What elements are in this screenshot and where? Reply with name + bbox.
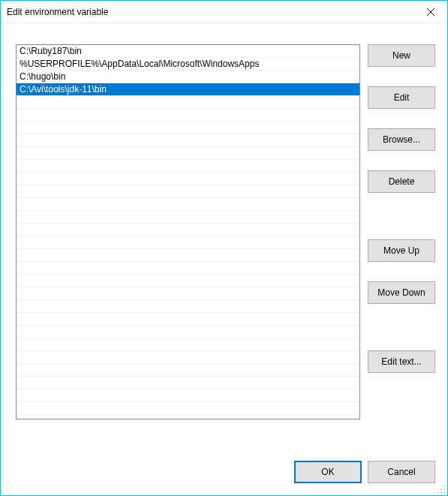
list-item[interactable]: C:\Ruby187\bin bbox=[17, 45, 359, 58]
list-item[interactable] bbox=[17, 122, 359, 134]
button-column: New Edit Browse... Delete Move Up Move D… bbox=[368, 44, 435, 443]
list-item[interactable] bbox=[17, 364, 359, 377]
new-button[interactable]: New bbox=[368, 44, 435, 67]
svg-point-2 bbox=[443, 485, 445, 487]
list-item[interactable] bbox=[17, 249, 359, 262]
list-item[interactable] bbox=[17, 134, 359, 147]
list-item[interactable] bbox=[17, 185, 359, 198]
close-button[interactable] bbox=[413, 1, 447, 23]
list-item[interactable] bbox=[17, 160, 359, 173]
list-item[interactable]: C:\Avi\tools\jdk-11\bin bbox=[17, 83, 359, 96]
edit-button[interactable]: Edit bbox=[368, 86, 435, 109]
dialog-footer: OK Cancel bbox=[16, 461, 435, 483]
list-item[interactable] bbox=[17, 300, 359, 313]
list-item[interactable] bbox=[17, 147, 359, 160]
move-up-button[interactable]: Move Up bbox=[368, 239, 435, 262]
list-item[interactable]: %USERPROFILE%\AppData\Local\Microsoft\Wi… bbox=[17, 58, 359, 71]
list-item[interactable] bbox=[17, 313, 359, 326]
list-item[interactable] bbox=[17, 96, 359, 109]
main-area: C:\Ruby187\bin%USERPROFILE%\AppData\Loca… bbox=[16, 44, 435, 443]
cancel-button[interactable]: Cancel bbox=[368, 461, 435, 483]
list-item[interactable] bbox=[17, 287, 359, 300]
list-item[interactable]: C:\hugo\bin bbox=[17, 71, 359, 83]
list-item[interactable] bbox=[17, 389, 359, 402]
svg-point-4 bbox=[443, 488, 445, 490]
edit-text-button[interactable]: Edit text... bbox=[368, 350, 435, 373]
list-item[interactable] bbox=[17, 198, 359, 211]
list-item[interactable] bbox=[17, 326, 359, 338]
list-item[interactable] bbox=[17, 224, 359, 236]
list-item[interactable] bbox=[17, 211, 359, 224]
svg-point-5 bbox=[437, 491, 439, 493]
list-item[interactable] bbox=[17, 275, 359, 287]
ok-button[interactable]: OK bbox=[294, 461, 362, 483]
path-list[interactable]: C:\Ruby187\bin%USERPROFILE%\AppData\Loca… bbox=[16, 44, 360, 419]
list-item[interactable] bbox=[17, 236, 359, 249]
move-down-button[interactable]: Move Down bbox=[368, 281, 435, 304]
titlebar: Edit environment variable bbox=[1, 1, 447, 23]
list-item[interactable] bbox=[17, 402, 359, 415]
list-item[interactable] bbox=[17, 377, 359, 389]
list-item[interactable] bbox=[17, 109, 359, 122]
close-icon bbox=[427, 8, 434, 16]
list-item[interactable] bbox=[17, 351, 359, 364]
delete-button[interactable]: Delete bbox=[368, 170, 435, 193]
browse-button[interactable]: Browse... bbox=[368, 128, 435, 151]
svg-point-3 bbox=[440, 488, 442, 490]
svg-point-7 bbox=[443, 491, 445, 493]
resize-grip-icon[interactable] bbox=[437, 485, 446, 494]
list-item[interactable] bbox=[17, 338, 359, 351]
window-title: Edit environment variable bbox=[7, 7, 413, 17]
list-item[interactable] bbox=[17, 173, 359, 185]
dialog-content: C:\Ruby187\bin%USERPROFILE%\AppData\Loca… bbox=[1, 23, 447, 495]
svg-point-6 bbox=[440, 491, 442, 493]
list-item[interactable] bbox=[17, 262, 359, 275]
